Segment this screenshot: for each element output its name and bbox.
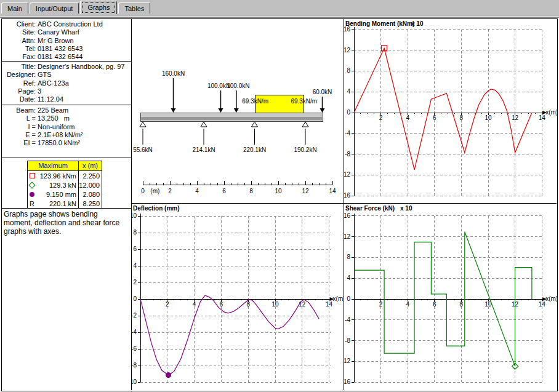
- field-label: L =: [2, 114, 36, 122]
- field-label: Date:: [2, 95, 36, 103]
- field-label: Attn:: [2, 37, 36, 45]
- svg-text:(m): (m): [150, 188, 159, 194]
- svg-text:12: 12: [302, 188, 309, 194]
- svg-text:4: 4: [347, 274, 350, 281]
- field-value: Canary Wharf: [36, 28, 79, 36]
- client-row: Site:Canary Wharf: [2, 28, 130, 36]
- tabbar-shadow-edge: [0, 17, 559, 18]
- beam-row: L =13.250 m: [2, 114, 130, 122]
- field-value: Mr G Brown: [36, 37, 74, 45]
- svg-text:14: 14: [539, 114, 546, 121]
- bending-moment-panel: 1612840-4-8-12-16x(m)2468101214Bending M…: [344, 19, 558, 203]
- maximum-x-position: 2.250: [79, 172, 102, 180]
- svg-text:6: 6: [220, 301, 223, 308]
- field-value: 3: [36, 87, 41, 95]
- client-info-section: Client:ABC Construction LtdSite:Canary W…: [2, 20, 130, 61]
- svg-text:69.3kN/m: 69.3kN/m: [242, 98, 268, 105]
- svg-text:-6: -6: [131, 345, 137, 352]
- svg-text:10: 10: [131, 212, 137, 219]
- field-label: Site:: [2, 28, 36, 36]
- tab-input-output[interactable]: Input/Output: [30, 2, 79, 14]
- svg-text:Shear Force (kN): Shear Force (kN): [345, 205, 395, 212]
- tab-graphs[interactable]: Graphs: [80, 1, 117, 14]
- svg-text:x 10: x 10: [400, 205, 412, 212]
- maximum-value: 9.150 mm: [36, 191, 78, 198]
- svg-text:-16: -16: [344, 192, 350, 199]
- svg-text:60.0kN: 60.0kN: [313, 89, 332, 95]
- field-value: GTS: [36, 71, 52, 79]
- svg-text:0: 0: [347, 295, 350, 302]
- svg-text:10: 10: [485, 114, 492, 121]
- svg-text:-12: -12: [344, 171, 350, 178]
- doc-row: Date:11.12.04: [2, 95, 130, 103]
- beam-row: EI =17850.0 kNm²: [2, 139, 130, 147]
- field-value: 225 Beam: [36, 106, 68, 114]
- diamond-open-marker-icon: [28, 183, 36, 188]
- field-label: Tel:: [2, 45, 36, 53]
- field-label: EI =: [2, 139, 36, 147]
- svg-text:0: 0: [133, 295, 137, 302]
- svg-text:2: 2: [168, 188, 172, 194]
- svg-text:-10: -10: [131, 378, 137, 385]
- svg-text:2: 2: [379, 301, 383, 308]
- svg-text:4: 4: [133, 262, 137, 269]
- svg-text:14: 14: [539, 301, 546, 308]
- doc-row: Title:Designer's Handbook, pg. 97: [2, 63, 130, 71]
- maximum-values-table: Maximum x (m) 123.96 kNm2.250129.3 kN12.…: [27, 161, 102, 209]
- shear-force-panel: 1612840-4-8-12-16x(m)2468101214Shear For…: [344, 204, 558, 391]
- svg-text:Bending Moment (kNm): Bending Moment (kNm): [345, 20, 414, 27]
- doc-row: Page:3: [2, 87, 130, 95]
- circle-filled-marker-icon: [28, 192, 36, 197]
- maximum-table-header-value: Maximum: [28, 161, 79, 170]
- svg-text:x(m): x(m): [545, 295, 558, 302]
- svg-text:x(m): x(m): [333, 295, 344, 302]
- svg-text:12: 12: [512, 114, 519, 121]
- divider-sidebar-3: [2, 158, 131, 158]
- beam-diagram-panel: 69.3kN/m69.3kN/m160.0kN100.0kN100.0kN60.…: [131, 19, 344, 203]
- doc-row: Designer:GTS: [2, 71, 130, 79]
- maximum-x-position: 2.080: [79, 191, 102, 198]
- beam-row: Beam:225 Beam: [2, 106, 130, 114]
- svg-text:0: 0: [141, 188, 145, 194]
- field-label: Ref:: [2, 79, 36, 87]
- svg-text:6: 6: [222, 188, 226, 194]
- svg-text:55.6kN: 55.6kN: [133, 146, 153, 153]
- svg-text:-8: -8: [345, 151, 350, 158]
- svg-text:12: 12: [344, 233, 350, 240]
- maximum-table-header-x: x (m): [79, 161, 102, 170]
- beam-diagram: 69.3kN/m69.3kN/m160.0kN100.0kN100.0kN60.…: [131, 19, 344, 203]
- tab-main[interactable]: Main: [1, 2, 28, 14]
- svg-text:100.0kN: 100.0kN: [227, 82, 249, 89]
- field-label: Beam:: [2, 106, 36, 114]
- svg-text:0: 0: [347, 109, 350, 116]
- graphs-page-note: Graphs page shows bending moment, deflec…: [4, 210, 127, 236]
- field-value: ABC Construction Ltd: [36, 20, 103, 28]
- field-label: I =: [2, 123, 36, 131]
- svg-text:-12: -12: [344, 358, 350, 364]
- svg-text:-8: -8: [131, 362, 137, 369]
- svg-text:4: 4: [347, 88, 350, 95]
- svg-text:14: 14: [329, 188, 336, 194]
- maximum-value: 123.96 kNm: [36, 172, 78, 180]
- svg-text:8: 8: [460, 301, 464, 308]
- svg-text:-8: -8: [345, 337, 350, 344]
- svg-text:6: 6: [433, 114, 436, 121]
- doc-row: Ref:ABC-123a: [2, 79, 130, 87]
- client-row: Attn:Mr G Brown: [2, 37, 130, 45]
- field-value: 2.1E+08 kN/m²: [36, 131, 83, 139]
- svg-text:2: 2: [379, 114, 383, 121]
- maximum-table-row: R220.1 kN8.250: [28, 199, 102, 208]
- app-window: MainInput/OutputGraphsTables Client:ABC …: [0, 0, 559, 392]
- svg-text:4: 4: [193, 301, 196, 308]
- shear-force-chart: 1612840-4-8-12-16x(m)2468101214Shear For…: [344, 204, 558, 391]
- svg-text:-4: -4: [131, 329, 137, 335]
- tab-tables[interactable]: Tables: [118, 2, 150, 14]
- maximum-table-row: 129.3 kN12.000: [28, 180, 102, 190]
- maximum-x-position: 12.000: [79, 182, 102, 189]
- svg-text:-16: -16: [344, 378, 350, 385]
- svg-text:x(m): x(m): [545, 109, 558, 116]
- svg-text:6: 6: [433, 301, 436, 308]
- field-label: E =: [2, 131, 36, 139]
- field-value: Non-uniform: [36, 123, 75, 131]
- field-value: 0181 432 6543: [36, 45, 82, 53]
